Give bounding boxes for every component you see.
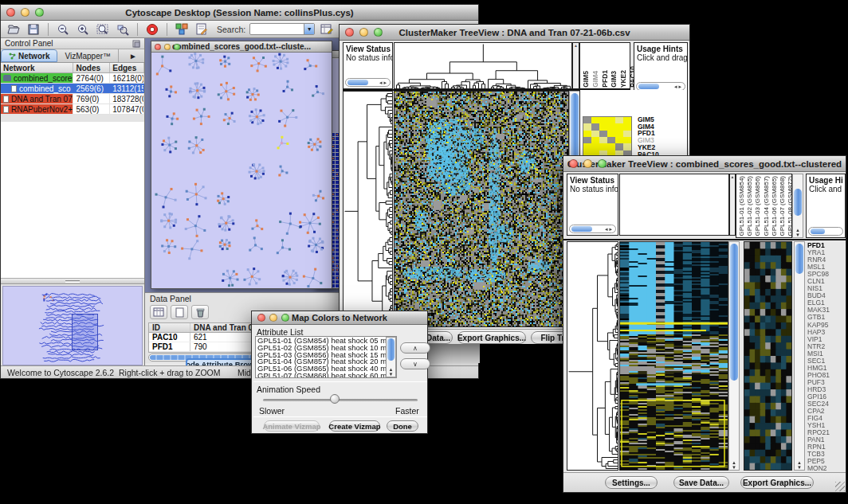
window-controls[interactable]	[155, 44, 180, 50]
minimize-icon[interactable]	[583, 159, 592, 168]
matrix-cell[interactable]	[615, 117, 623, 123]
scroll-arrows-icon[interactable]: ▲▼	[729, 460, 739, 470]
matrix-cell[interactable]	[599, 137, 607, 143]
birdseye-view[interactable]	[2, 286, 143, 365]
tab-overflow-arrow[interactable]: ►	[122, 49, 144, 62]
network-canvas[interactable]	[151, 53, 332, 288]
attribute-list[interactable]: GPL51-01 (GSM854) heat shock 05 minGPL51…	[255, 336, 397, 378]
network-name-cell[interactable]: combined_sco	[1, 84, 74, 93]
attribute-browser-icon[interactable]	[319, 22, 335, 36]
zoom-window-icon[interactable]	[281, 314, 289, 322]
matrix-cell[interactable]	[607, 131, 615, 137]
select-attributes-icon[interactable]	[150, 305, 167, 319]
window-controls[interactable]	[257, 314, 289, 322]
similarity-matrix[interactable]	[583, 116, 632, 158]
network-list-row[interactable]: RNAPuberNov2+|563(0)107847(0)	[1, 104, 144, 115]
matrix-cell[interactable]	[607, 117, 615, 123]
column-label[interactable]: GPL51-04 (GSM857)	[763, 176, 770, 236]
treeview1-titlebar[interactable]: ClusterMaker TreeView : DNA and Tran 07-…	[340, 25, 689, 41]
scroll-arrows-icon[interactable]: ▲▼	[793, 228, 803, 237]
column-header-id[interactable]: ID	[149, 323, 190, 332]
matrix-cell[interactable]	[623, 131, 631, 137]
close-icon[interactable]	[257, 314, 265, 322]
usage-hints-hscrollbar[interactable]	[808, 227, 843, 236]
animate-vizmap-button[interactable]: Animate Vizmap	[264, 420, 320, 432]
chevron-down-icon[interactable]: ▼	[304, 24, 314, 34]
minimize-icon[interactable]	[269, 314, 277, 322]
matrix-cell[interactable]	[591, 143, 599, 150]
delete-attribute-icon[interactable]	[191, 305, 209, 319]
resize-grip[interactable]	[835, 482, 845, 491]
new-attribute-icon[interactable]	[171, 305, 188, 319]
matrix-cell[interactable]	[583, 143, 591, 150]
zoom-fit-icon[interactable]	[95, 22, 111, 36]
matrix-cell[interactable]	[623, 117, 631, 123]
minimize-icon[interactable]	[164, 44, 171, 50]
annotation-icon[interactable]	[194, 22, 210, 36]
matrix-cell[interactable]	[583, 123, 591, 130]
matrix-cell[interactable]	[607, 143, 615, 150]
close-icon[interactable]	[345, 28, 354, 37]
save-icon[interactable]	[26, 22, 41, 36]
birdseye-viewport-rect[interactable]	[72, 314, 98, 350]
gene-name-list[interactable]: PFD1YRA1RNR4MSL1SPC98CLN1NIS1BUD4ELG1MAK…	[807, 242, 846, 471]
view-status-hscrollbar[interactable]: ◂▸	[569, 225, 616, 233]
scroll-thumb[interactable]	[730, 244, 738, 381]
help-lifebuoy-icon[interactable]	[144, 22, 160, 36]
done-button[interactable]: Done	[387, 420, 418, 432]
scroll-thumb[interactable]	[571, 226, 592, 232]
move-up-button[interactable]: ∧	[400, 342, 430, 354]
move-down-button[interactable]: ∨	[400, 358, 430, 369]
scroll-thumb[interactable]	[347, 80, 368, 85]
network-list-row[interactable]: DNA and Tran 07769(0)183728(0)	[1, 94, 144, 104]
matrix-cell[interactable]	[591, 117, 599, 123]
scroll-arrows-icon[interactable]: ◂▸	[379, 80, 388, 86]
create-vizmap-button[interactable]: Create Vizmap	[329, 420, 380, 432]
heatmap-zoom-view[interactable]	[744, 241, 792, 471]
matrix-cell[interactable]	[623, 143, 631, 150]
window-controls[interactable]	[569, 159, 607, 168]
close-icon[interactable]	[155, 44, 161, 50]
gene-list-vscrollbar[interactable]: ▲▼	[794, 241, 805, 471]
tab-network[interactable]: Network	[1, 49, 57, 62]
float-panel-icon[interactable]	[132, 40, 140, 48]
scroll-arrows-icon[interactable]: ◂▸	[674, 84, 683, 90]
matrix-cell[interactable]	[615, 143, 623, 150]
zoom-out-icon[interactable]	[55, 22, 71, 36]
network-list-row[interactable]: combined_sco2569(6)13112(15)	[1, 84, 144, 94]
network-name-cell[interactable]: combined_scores	[1, 73, 73, 83]
gene-label[interactable]: MON2	[807, 465, 846, 471]
matrix-cell[interactable]	[583, 137, 591, 143]
column-label[interactable]: GPL51-01 (GSM854)	[738, 176, 745, 236]
row-dendrogram-panel[interactable]	[343, 91, 393, 327]
matrix-cell[interactable]	[599, 123, 607, 130]
window-controls[interactable]	[345, 28, 383, 37]
open-file-icon[interactable]	[6, 22, 22, 36]
heatmap-vscrollbar[interactable]: ▲▼	[728, 241, 740, 471]
network-list-row[interactable]: combined_scores2764(0)16218(0)	[1, 73, 144, 84]
scroll-thumb[interactable]	[795, 244, 803, 274]
scroll-thumb[interactable]	[811, 229, 825, 234]
matrix-cell[interactable]	[583, 117, 591, 123]
animation-speed-slider[interactable]	[263, 399, 418, 401]
column-label[interactable]: YKE2	[620, 70, 628, 88]
header-network[interactable]: Network	[1, 63, 73, 72]
zoom-window-icon[interactable]	[35, 8, 44, 17]
scroll-arrows-icon[interactable]: ▲▼	[387, 367, 395, 377]
matrix-cell[interactable]	[607, 137, 615, 143]
vizmapper-icon[interactable]	[174, 22, 190, 36]
matrix-cell[interactable]	[615, 123, 623, 130]
network-name-cell[interactable]: RNAPuberNov2+|	[1, 104, 73, 114]
slider-thumb[interactable]	[330, 394, 340, 404]
attribute-list-item[interactable]: GPL51-07 (GSM868) heat shock 60 min	[257, 373, 395, 378]
zoom-window-icon[interactable]	[174, 44, 180, 50]
zoom-window-icon[interactable]	[374, 28, 383, 37]
column-dendrogram-panel[interactable]	[394, 42, 572, 89]
zoom-window-icon[interactable]	[598, 159, 607, 168]
window-network-view[interactable]: combined_scores_good.txt--cluste...	[151, 41, 332, 289]
column-label[interactable]: GPL51-06 (GSM865)	[771, 176, 778, 236]
heatmap-global-view[interactable]	[619, 241, 728, 471]
zoom-in-icon[interactable]	[75, 22, 91, 36]
scroll-thumb[interactable]	[387, 338, 395, 361]
panel-splitter[interactable]	[1, 279, 144, 284]
